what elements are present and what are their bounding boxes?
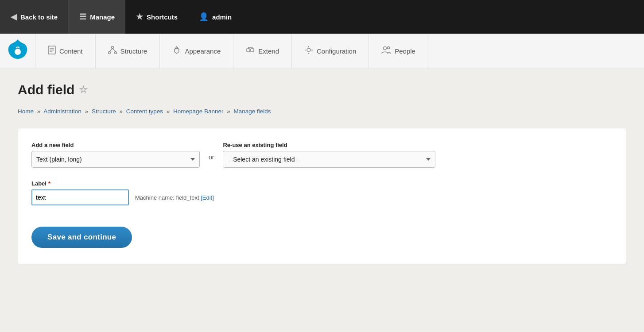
- drupal-logo-svg: [8, 39, 27, 63]
- new-field-group: Add a new field Text (plain, long)Text (…: [31, 142, 200, 168]
- content-icon: [48, 46, 56, 57]
- svg-point-0: [15, 49, 21, 55]
- manage-link[interactable]: ☰ Manage: [69, 0, 125, 34]
- svg-rect-11: [251, 49, 254, 52]
- page-title: Add field ☆: [18, 82, 626, 97]
- extend-icon: [246, 46, 255, 57]
- breadcrumb-content-types[interactable]: Content types: [126, 108, 163, 115]
- svg-point-6: [108, 52, 110, 54]
- user-icon: 👤: [199, 12, 209, 22]
- shortcuts-link[interactable]: ★ Shortcuts: [125, 0, 188, 34]
- manage-label: Manage: [90, 13, 115, 21]
- configuration-icon: [304, 46, 313, 57]
- label-input[interactable]: [31, 189, 129, 205]
- new-field-select[interactable]: Text (plain, long)Text (plain)Text (form…: [31, 151, 200, 168]
- site-logo[interactable]: [0, 34, 35, 69]
- structure-icon: [108, 46, 117, 56]
- nav-items: Content Structure Appearanc: [35, 34, 428, 69]
- nav-structure-label: Structure: [120, 47, 147, 55]
- page-title-text: Add field: [18, 82, 74, 97]
- existing-field-select[interactable]: – Select an existing field –: [223, 151, 435, 168]
- breadcrumb: Home » Administration » Structure » Cont…: [18, 108, 626, 115]
- or-divider: or: [209, 154, 214, 165]
- nav-item-appearance[interactable]: Appearance: [160, 34, 233, 69]
- label-field-label: Label*: [31, 180, 613, 187]
- svg-point-7: [114, 52, 116, 54]
- user-label: admin: [212, 13, 232, 21]
- back-icon: ◀: [11, 12, 17, 22]
- page-content: Add field ☆ Home » Administration » Stru…: [0, 69, 644, 332]
- svg-point-5: [111, 46, 113, 49]
- save-and-continue-button[interactable]: Save and continue: [31, 227, 132, 248]
- svg-line-9: [113, 49, 116, 52]
- nav-appearance-label: Appearance: [185, 47, 221, 55]
- bookmark-star-icon[interactable]: ☆: [79, 84, 88, 96]
- nav-item-configuration[interactable]: Configuration: [292, 34, 369, 69]
- nav-extend-label: Extend: [258, 47, 279, 55]
- main-nav: Content Structure Appearanc: [0, 34, 644, 69]
- label-group: Label* Machine name: field_text [Edit]: [31, 180, 613, 216]
- svg-point-14: [388, 47, 390, 49]
- breadcrumb-manage-fields[interactable]: Manage fields: [233, 108, 271, 115]
- people-icon: [381, 46, 391, 56]
- add-field-form: Add a new field Text (plain, long)Text (…: [18, 128, 626, 264]
- label-input-row: Machine name: field_text [Edit]: [31, 189, 613, 205]
- back-to-site-label: Back to site: [20, 13, 58, 21]
- svg-line-8: [109, 49, 113, 52]
- nav-item-extend[interactable]: Extend: [233, 34, 292, 69]
- machine-name-edit-link[interactable]: [Edit]: [201, 194, 214, 201]
- nav-content-label: Content: [59, 47, 83, 55]
- user-link[interactable]: 👤 admin: [188, 0, 242, 34]
- nav-item-people[interactable]: People: [369, 34, 428, 69]
- manage-icon: ☰: [79, 12, 86, 22]
- shortcuts-label: Shortcuts: [147, 13, 178, 21]
- breadcrumb-homepage-banner[interactable]: Homepage Banner: [173, 108, 223, 115]
- existing-field-group: Re-use an existing field – Select an exi…: [223, 142, 435, 168]
- appearance-icon: [172, 46, 181, 57]
- svg-point-13: [384, 47, 387, 50]
- breadcrumb-structure[interactable]: Structure: [92, 108, 116, 115]
- new-field-label: Add a new field: [31, 142, 200, 148]
- breadcrumb-home[interactable]: Home: [18, 108, 34, 115]
- machine-name-prefix: Machine name: field_text: [135, 194, 199, 201]
- nav-people-label: People: [395, 47, 415, 55]
- back-to-site-link[interactable]: ◀ Back to site: [0, 0, 69, 34]
- nav-item-structure[interactable]: Structure: [96, 34, 160, 69]
- nav-item-content[interactable]: Content: [35, 34, 96, 69]
- field-type-row: Add a new field Text (plain, long)Text (…: [31, 142, 613, 168]
- svg-point-12: [307, 48, 310, 52]
- shortcuts-icon: ★: [136, 12, 143, 22]
- breadcrumb-administration[interactable]: Administration: [43, 108, 81, 115]
- svg-rect-10: [247, 49, 250, 52]
- existing-field-label: Re-use an existing field: [223, 142, 435, 148]
- nav-configuration-label: Configuration: [317, 47, 356, 55]
- machine-name-display: Machine name: field_text [Edit]: [135, 194, 214, 201]
- admin-bar: ◀ Back to site ☰ Manage ★ Shortcuts 👤 ad…: [0, 0, 644, 34]
